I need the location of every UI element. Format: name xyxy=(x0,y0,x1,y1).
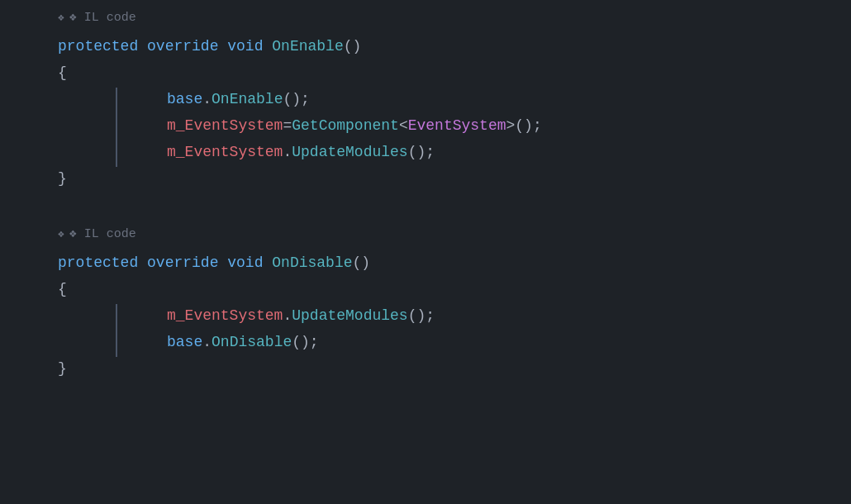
type-eventsystem: EventSystem xyxy=(408,114,506,138)
keyword-protected-1: protected xyxy=(58,35,138,59)
code-editor: ❖ ❖ IL code protected override void OnEn… xyxy=(0,0,851,504)
var-eventsystem-2: m_EventSystem xyxy=(167,140,283,164)
fn-updatemodules-2: UpdateModules xyxy=(292,304,407,328)
signature-line-2: protected override void OnDisable() xyxy=(58,251,851,278)
body-2: m_EventSystem.UpdateModules(); base.OnDi… xyxy=(116,304,851,357)
il-label-2: ❖ ❖ IL code xyxy=(0,216,851,251)
fn-onenable: OnEnable xyxy=(212,88,283,112)
dot-4: . xyxy=(202,330,212,354)
spacer-1 xyxy=(0,193,851,216)
il-label-1: ❖ ❖ IL code xyxy=(0,0,851,35)
body-line-1-1: base.OnEnable(); xyxy=(117,88,851,114)
fn-updatemodules-1: UpdateModules xyxy=(292,140,407,164)
keyword-void-1: void xyxy=(227,35,263,59)
dot-1: . xyxy=(202,88,212,112)
params-2: () xyxy=(353,251,371,275)
semi-1: (); xyxy=(283,88,309,112)
dot-3: . xyxy=(283,304,292,328)
fn-ondisable: OnDisable xyxy=(212,330,292,354)
semi-3: (); xyxy=(408,304,435,328)
assign-1: = xyxy=(283,114,292,138)
brace-open-1: { xyxy=(58,61,67,85)
keyword-override-2: override xyxy=(147,251,218,275)
body-line-1-3: m_EventSystem.UpdateModules(); xyxy=(117,140,851,167)
semi-2: (); xyxy=(408,140,435,164)
base-kw-1: base xyxy=(167,88,202,112)
brace-close-2: } xyxy=(58,357,67,381)
body-line-2-1: m_EventSystem.UpdateModules(); xyxy=(117,304,851,330)
body-1: base.OnEnable(); m_EventSystem = GetComp… xyxy=(116,88,851,167)
body-line-2-2: base.OnDisable(); xyxy=(117,330,851,357)
params-1: () xyxy=(344,35,362,59)
angle-close: >(); xyxy=(506,114,542,138)
diamond-icon-1: ❖ xyxy=(58,10,64,27)
signature-line-1: protected override void OnEnable() xyxy=(58,35,851,61)
semi-4: (); xyxy=(292,330,318,354)
base-kw-2: base xyxy=(167,330,202,354)
code-section-1: ❖ ❖ IL code protected override void OnEn… xyxy=(0,0,851,193)
diamond-icon-2: ❖ xyxy=(58,226,64,244)
fn-name-1: OnEnable xyxy=(272,35,343,59)
code-section-2: ❖ ❖ IL code protected override void OnDi… xyxy=(0,216,851,383)
brace-open-2: { xyxy=(58,278,67,302)
keyword-override-1: override xyxy=(147,35,218,59)
fn-getcomponent: GetComponent xyxy=(292,114,399,138)
body-line-1-2: m_EventSystem = GetComponent<EventSystem… xyxy=(117,114,851,140)
fn-name-2: OnDisable xyxy=(272,251,352,275)
code-block-1: protected override void OnEnable() { bas… xyxy=(0,35,851,193)
il-text-1: ❖ IL code xyxy=(69,8,136,28)
brace-close-1: } xyxy=(58,167,67,191)
open-brace-1: { xyxy=(58,61,851,88)
close-brace-1: } xyxy=(58,167,851,193)
keyword-protected-2: protected xyxy=(58,251,138,275)
close-brace-2: } xyxy=(58,357,851,383)
code-block-2: protected override void OnDisable() { m_… xyxy=(0,251,851,383)
dot-2: . xyxy=(283,140,292,164)
var-eventsystem-3: m_EventSystem xyxy=(167,304,283,328)
angle-open: < xyxy=(399,114,408,138)
il-text-2: ❖ IL code xyxy=(69,225,136,245)
var-eventsystem-1: m_EventSystem xyxy=(167,114,283,138)
keyword-void-2: void xyxy=(227,251,263,275)
open-brace-2: { xyxy=(58,278,851,304)
